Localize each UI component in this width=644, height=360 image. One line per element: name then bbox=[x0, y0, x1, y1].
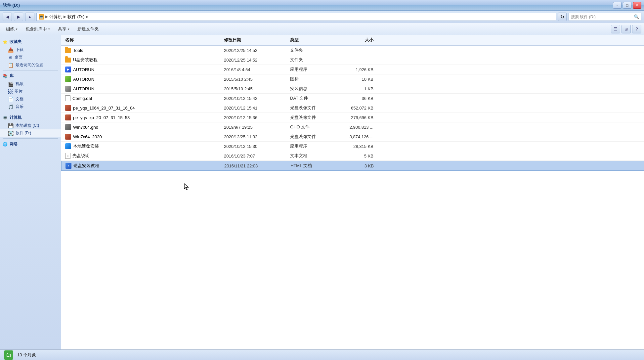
table-row[interactable]: 本地硬盘安装 2020/10/12 15:30 应用程序 28,315 KB bbox=[61, 142, 644, 151]
table-row[interactable]: ▶ AUTORUN 2016/1/8 4:54 应用程序 1,926 KB bbox=[61, 65, 644, 74]
music-label: 音乐 bbox=[16, 104, 23, 110]
address-bar: ◀ ▶ ▲ 💻 ▶ 计算机 ▶ 软件 (D:) ▶ ↻ 🔍 bbox=[0, 11, 644, 23]
file-name: AUTORUN bbox=[73, 77, 94, 82]
file-name: pe_yqs_1064_20_07_31_16_04 bbox=[73, 106, 135, 111]
file-name-cell: U盘安装教程 bbox=[64, 56, 223, 64]
maximize-button[interactable]: □ bbox=[623, 2, 631, 9]
file-type-cell: 光盘映像文件 bbox=[289, 133, 335, 140]
file-size-cell bbox=[335, 50, 375, 51]
close-button[interactable]: ✕ bbox=[633, 2, 641, 9]
file-name-cell: Win7x64.gho bbox=[64, 123, 223, 131]
file-date-cell: 2016/1/8 4:54 bbox=[223, 67, 289, 73]
sidebar-item-documents[interactable]: 📄 文档 bbox=[0, 95, 61, 103]
path-computer: 计算机 bbox=[49, 14, 62, 20]
table-row[interactable]: Win7x64.gho 2019/9/7 19:25 GHO 文件 2,900,… bbox=[61, 122, 644, 132]
sidebar-item-recent[interactable]: 📋 最近访问的位置 bbox=[0, 61, 61, 69]
file-list-container: Tools 2020/12/25 14:52 文件夹 U盘安装教程 2020/1… bbox=[61, 46, 644, 171]
refresh-button[interactable]: ↻ bbox=[558, 13, 567, 21]
recent-label: 最近访问的位置 bbox=[16, 62, 43, 68]
search-input[interactable] bbox=[571, 15, 632, 19]
table-row[interactable]: e 硬盘安装教程 2016/11/21 22:03 HTML 文档 3 KB bbox=[61, 161, 644, 171]
folder-icon bbox=[65, 48, 71, 53]
network-header[interactable]: 🌐 网络 bbox=[0, 140, 61, 148]
favorites-label: 收藏夹 bbox=[10, 39, 21, 45]
computer-header[interactable]: 💻 计算机 bbox=[0, 113, 61, 122]
file-type-cell: 应用程序 bbox=[289, 66, 335, 73]
sidebar-item-software-d[interactable]: 💽 软件 (D:) bbox=[0, 129, 61, 137]
file-name-cell: Win7x64_2020 bbox=[64, 133, 223, 140]
table-row[interactable]: AUTORUN 2015/5/10 2:45 图标 10 KB bbox=[61, 74, 644, 84]
table-row[interactable]: Tools 2020/12/25 14:52 文件夹 bbox=[61, 46, 644, 55]
file-name: U盘安装教程 bbox=[73, 57, 98, 63]
file-type-cell: 应用程序 bbox=[289, 143, 335, 150]
file-name: AUTORUN bbox=[73, 67, 94, 72]
organize-dropdown-arrow: ▾ bbox=[16, 27, 18, 31]
search-box[interactable]: 🔍 bbox=[569, 13, 641, 21]
col-header-size[interactable]: 大小 bbox=[335, 36, 375, 44]
share-dropdown-arrow: ▾ bbox=[68, 27, 69, 31]
file-name-cell: Config.dat bbox=[64, 95, 223, 102]
table-row[interactable]: Config.dat 2020/10/12 15:42 DAT 文件 36 KB bbox=[61, 94, 644, 103]
file-date-cell: 2020/12/25 14:52 bbox=[223, 57, 289, 63]
exe-icon: ▶ bbox=[65, 67, 71, 72]
new-folder-button[interactable]: 新建文件夹 bbox=[74, 24, 102, 34]
file-date-cell: 2016/11/21 22:03 bbox=[223, 163, 289, 169]
status-app-icon: 🗂 bbox=[4, 350, 13, 360]
col-header-type[interactable]: 类型 bbox=[289, 36, 335, 44]
inf-icon bbox=[65, 86, 71, 92]
toolbar-right: ☰ ⊞ ? bbox=[611, 25, 641, 33]
file-name: Config.dat bbox=[72, 96, 92, 101]
file-size-cell: 2,900,813 ... bbox=[335, 124, 375, 130]
view-toggle-button[interactable]: ⊞ bbox=[622, 25, 631, 33]
library-header[interactable]: 📚 库 bbox=[0, 72, 61, 80]
organize-button[interactable]: 组织 ▾ bbox=[3, 24, 21, 34]
file-date-cell: 2015/5/10 2:45 bbox=[223, 86, 289, 92]
table-row[interactable]: pe_yqs_1064_20_07_31_16_04 2020/10/12 15… bbox=[61, 103, 644, 113]
col-header-name[interactable]: 名称 bbox=[64, 36, 223, 44]
file-date-cell: 2020/12/25 14:52 bbox=[223, 47, 289, 54]
table-row[interactable]: U盘安装教程 2020/12/25 14:52 文件夹 bbox=[61, 55, 644, 65]
path-separator-1: ▶ bbox=[45, 15, 48, 19]
view-options-button[interactable]: ☰ bbox=[611, 25, 620, 33]
sidebar-item-video[interactable]: 🎬 视频 bbox=[0, 80, 61, 88]
table-row[interactable]: pe_yqs_xp_20_07_31_15_53 2020/10/12 15:3… bbox=[61, 113, 644, 122]
computer-section: 💻 计算机 💾 本地磁盘 (C:) 💽 软件 (D:) bbox=[0, 113, 61, 137]
divider-2 bbox=[3, 112, 58, 112]
divider-3 bbox=[3, 138, 58, 139]
back-button[interactable]: ◀ bbox=[3, 13, 12, 21]
sidebar-item-music[interactable]: 🎵 音乐 bbox=[0, 103, 61, 111]
sidebar-item-downloads[interactable]: 📥 下载 bbox=[0, 46, 61, 54]
network-label: 网络 bbox=[10, 141, 18, 147]
file-type-cell: GHO 文件 bbox=[289, 123, 335, 131]
table-row[interactable]: Win7x64_2020 2020/12/25 11:32 光盘映像文件 3,8… bbox=[61, 132, 644, 142]
up-button[interactable]: ▲ bbox=[25, 13, 34, 21]
forward-button[interactable]: ▶ bbox=[14, 13, 23, 21]
html-icon: e bbox=[65, 163, 71, 169]
sidebar-item-pictures[interactable]: 🖼 图片 bbox=[0, 88, 61, 95]
file-type-cell: 图标 bbox=[289, 75, 335, 83]
help-button[interactable]: ? bbox=[632, 25, 641, 33]
share-label: 共享 bbox=[58, 26, 66, 32]
file-size-cell: 3 KB bbox=[335, 163, 375, 169]
file-name-cell: e 硬盘安装教程 bbox=[64, 162, 223, 169]
sidebar-item-local-c[interactable]: 💾 本地磁盘 (C:) bbox=[0, 122, 61, 129]
favorites-header[interactable]: ⭐ 收藏夹 bbox=[0, 38, 61, 46]
minimize-button[interactable]: － bbox=[613, 2, 622, 9]
file-date-cell: 2020/10/12 15:42 bbox=[223, 95, 289, 102]
iso-icon bbox=[65, 114, 71, 120]
col-header-date[interactable]: 修改日期 bbox=[223, 36, 289, 44]
address-path[interactable]: 💻 ▶ 计算机 ▶ 软件 (D:) ▶ bbox=[36, 13, 556, 21]
software-d-label: 软件 (D:) bbox=[16, 130, 31, 136]
file-header: 名称 修改日期 类型 大小 bbox=[61, 35, 644, 46]
video-icon: 🎬 bbox=[8, 81, 14, 87]
file-name-cell: 本地硬盘安装 bbox=[64, 143, 223, 150]
share-button[interactable]: 共享 ▾ bbox=[55, 24, 73, 34]
network-icon: 🌐 bbox=[3, 142, 8, 147]
table-row[interactable]: ≡ 光盘说明 2016/10/23 7:07 文本文档 5 KB bbox=[61, 151, 644, 161]
include-in-library-button[interactable]: 包含到库中 ▾ bbox=[22, 24, 53, 34]
table-row[interactable]: AUTORUN 2015/5/10 2:45 安装信息 1 KB bbox=[61, 84, 644, 94]
new-folder-label: 新建文件夹 bbox=[77, 26, 99, 32]
sidebar-item-desktop[interactable]: 🖥 桌面 bbox=[0, 54, 61, 61]
path-separator-3: ▶ bbox=[86, 15, 88, 19]
library-icon: 📚 bbox=[3, 74, 8, 78]
